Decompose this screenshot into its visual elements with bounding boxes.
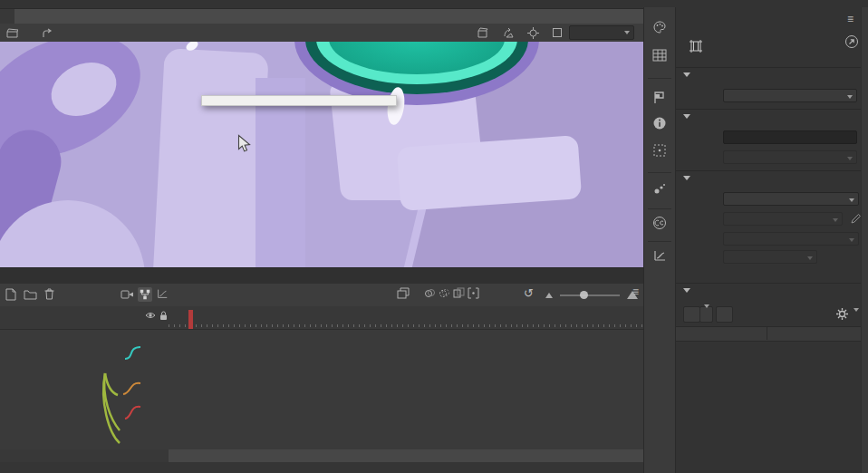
collapse-triangle-icon [683,176,690,180]
section-header-label[interactable] [683,114,695,119]
layer-parenting-button[interactable] [138,287,152,302]
transform-icon[interactable] [652,143,667,158]
filters-column-divider [767,326,767,340]
zoom-level-dropdown[interactable] [569,25,634,40]
add-filter-chevron[interactable] [699,306,713,323]
frame-size-small-icon[interactable] [545,293,553,298]
collapse-triangle-icon [683,288,690,293]
ruler-ticks [169,324,643,327]
sound-sync-dropdown [723,232,859,246]
document-tab[interactable] [0,9,14,24]
sound-effect-dropdown [723,212,843,226]
chevron-down-icon [847,157,853,160]
properties-panel: ≡ [676,7,868,473]
sound-name-dropdown[interactable] [723,192,859,206]
chevron-down-icon [849,238,854,242]
panel-dock-strip [643,7,676,473]
collapse-triangle-icon [683,72,690,77]
panel-menu-icon[interactable]: ≡ [847,13,854,25]
mouth-frame-labels [0,343,643,353]
camera-layer-button[interactable] [121,289,134,300]
onion-skin-button[interactable] [424,287,436,299]
timeline-tab-bar [0,268,643,285]
edit-bar [0,24,643,43]
frame-zoom-slider-knob[interactable] [580,291,588,299]
onion-skin-outline-button[interactable] [439,287,450,299]
section-header-color-effect[interactable] [683,72,695,77]
new-folder-button[interactable] [24,289,37,300]
chevron-down-icon [849,198,854,202]
color-panel-icon[interactable] [652,20,667,34]
timeline-menu-icon[interactable]: ≡ [632,285,639,298]
eye-icon[interactable] [145,311,156,320]
symbol-icon [42,28,53,38]
stage-shape-body-panel-2 [256,78,305,267]
layer-parenting-links [0,329,172,449]
section-header-sound[interactable] [683,176,695,180]
filter-options-gear-icon[interactable] [835,307,849,321]
stage-canvas[interactable] [0,42,643,267]
onion-skin-range-button[interactable] [453,287,465,299]
stage-shape-body-panel [152,48,268,267]
motion-editor-icon[interactable] [652,248,667,263]
add-filter-button[interactable] [683,306,700,323]
label-name-input[interactable] [723,130,857,144]
camera-view-icon[interactable] [477,27,490,38]
label-type-dropdown [723,150,857,164]
collapse-triangle-icon [683,114,690,119]
timeline-empty-area [0,449,643,462]
loop-playback-icon[interactable]: ↺ [524,286,534,300]
delete-layer-button[interactable] [43,287,55,300]
scene-flag-icon[interactable] [652,91,666,104]
mouse-cursor [237,134,252,154]
panel-scrollbar[interactable] [861,7,868,473]
chevron-down-icon [807,256,813,260]
clip-content-icon[interactable] [552,27,563,38]
timeline-ruler[interactable] [0,306,643,330]
frame-picker-icon[interactable] [652,49,667,62]
style-dropdown[interactable] [723,89,857,102]
timeline-bottom-strip [0,462,643,473]
clapperboard-icon[interactable] [6,28,18,38]
layer-depth-graph-button[interactable] [156,287,169,300]
cc-libraries-icon[interactable] [652,216,667,230]
frame-zoom-slider-track[interactable] [560,294,620,296]
center-stage-icon[interactable] [527,27,539,39]
timeline-panel: ↺ ≡ [0,267,643,473]
remove-filter-button[interactable] [716,306,733,323]
lock-icon[interactable] [159,310,169,321]
brush-library-icon[interactable] [652,181,667,196]
playhead[interactable] [188,310,193,329]
new-layer-button[interactable] [5,287,17,301]
timeline-toolbar: ↺ ≡ [0,284,643,307]
section-header-filters[interactable] [683,288,695,293]
quick-share-icon[interactable] [844,34,859,49]
stage-shape-chest-plate [397,135,582,211]
sound-repeat-dropdown [723,250,817,264]
frame-context-menu [201,95,397,106]
rotate-canvas-icon[interactable] [503,27,515,38]
chevron-down-icon [833,218,838,222]
onion-skin-anchor-button[interactable] [468,287,479,299]
chevron-down-icon [624,31,630,34]
filters-table-header [676,326,868,342]
frame-type-icon [689,38,703,54]
edit-multiple-frames-button[interactable] [397,287,410,300]
info-icon[interactable] [652,116,667,130]
document-tab-bar [0,9,643,24]
properties-tab-bar [676,11,868,29]
chevron-down-icon [847,95,853,99]
